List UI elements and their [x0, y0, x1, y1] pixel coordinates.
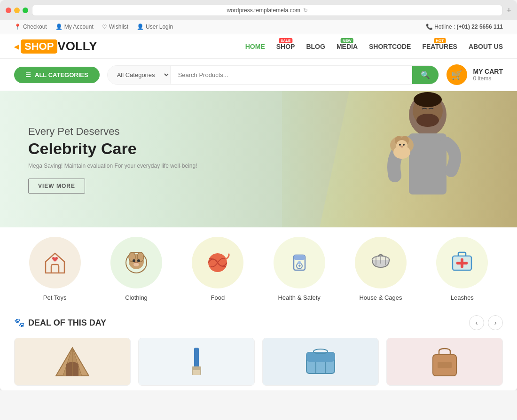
browser-chrome: wordpress.templatemela.com ↻ + 📍 Checkou…	[0, 0, 517, 390]
hero-section: Every Pet Deserves Celebrity Care Mega S…	[0, 91, 517, 227]
userlogin-link[interactable]: 👤 User Login	[137, 23, 173, 30]
food-circle	[192, 237, 243, 288]
deal-section: 🐾 DEAL OF THIS DAY ‹ ›	[0, 306, 517, 390]
nav-blog[interactable]: BLOG	[306, 43, 325, 50]
logo-shop: SHOP	[21, 39, 57, 54]
first-aid-icon	[448, 249, 476, 277]
category-pet-toys[interactable]: Pet Toys	[14, 237, 95, 301]
product-card-1[interactable]	[14, 338, 131, 386]
nav-shortcode[interactable]: SHORTCODE	[369, 43, 411, 50]
category-clothing[interactable]: Clothing	[95, 237, 177, 301]
pet-toys-label: Pet Toys	[43, 294, 67, 301]
cart-label: MY CART	[473, 68, 503, 75]
leashes-label: Leashes	[451, 294, 474, 301]
logo-volly: VOLLY	[57, 39, 97, 54]
dot-red[interactable]	[6, 8, 11, 13]
category-health-safety[interactable]: Health & Safety	[258, 237, 340, 301]
deal-header: 🐾 DEAL OF THIS DAY ‹ ›	[14, 315, 503, 330]
nav-links: HOME SALE SHOP BLOG NEW MEDIA SHORTCODE	[245, 43, 503, 50]
food-label: Food	[211, 294, 225, 301]
hero-description: Mega Saving! Maintain evaluation For you…	[28, 163, 197, 169]
hero-view-more-button[interactable]: VIEW MORE	[28, 179, 85, 194]
svg-point-9	[403, 144, 405, 146]
svg-point-13	[414, 92, 442, 107]
nav-shop[interactable]: SALE SHOP	[276, 43, 295, 50]
svg-rect-48	[438, 362, 452, 368]
category-select[interactable]: All Categories	[108, 66, 171, 84]
all-categories-button[interactable]: ☰ ALL CATEGORIES	[14, 67, 100, 83]
svg-point-12	[416, 114, 439, 127]
clothing-label: Clothing	[125, 294, 148, 301]
svg-point-26	[298, 261, 301, 264]
browser-address-bar[interactable]: wordpress.templatemela.com ↻	[32, 5, 502, 16]
browser-titlebar: wordpress.templatemela.com ↻ +	[0, 5, 517, 20]
pet-toys-circle	[29, 237, 81, 288]
cart-info: MY CART 0 items	[473, 68, 503, 82]
search-icon: 🔍	[421, 71, 430, 79]
product-image-2	[139, 338, 254, 385]
product-card-4[interactable]	[386, 338, 503, 386]
nav-home[interactable]: HOME	[245, 43, 265, 50]
search-bar-row: ☰ ALL CATEGORIES All Categories 🔍 🛒 MY C…	[0, 59, 517, 91]
product-card-2[interactable]	[138, 338, 255, 386]
search-wrap: All Categories 🔍	[107, 65, 439, 85]
hero-subtitle: Every Pet Deserves	[28, 125, 197, 138]
logo-arrow-icon: ◂	[14, 41, 19, 52]
hero-content: Every Pet Deserves Celebrity Care Mega S…	[0, 125, 226, 194]
shop-badge: SALE	[279, 38, 292, 43]
deal-title: 🐾 DEAL OF THIS DAY	[14, 318, 106, 328]
category-leashes[interactable]: Leashes	[422, 237, 503, 301]
product-card-3[interactable]	[262, 338, 379, 386]
deal-navigation: ‹ ›	[469, 315, 503, 330]
house-cages-circle	[355, 237, 407, 288]
wishlist-link[interactable]: ♡ Wishlist	[102, 23, 128, 30]
dog-face-icon	[122, 248, 151, 277]
all-categories-label: ALL CATEGORIES	[35, 71, 88, 78]
svg-point-8	[399, 144, 401, 146]
carrier-icon	[302, 343, 339, 381]
cart-bag-icon: 🛒	[451, 69, 463, 80]
brush-icon	[178, 343, 215, 381]
nav-about-us[interactable]: ABOUT US	[469, 43, 503, 50]
dot-green[interactable]	[23, 8, 28, 13]
myaccount-link[interactable]: 👤 My Account	[55, 23, 94, 30]
cart-area[interactable]: 🛒 MY CART 0 items	[446, 64, 503, 85]
house-heart-icon	[41, 249, 69, 277]
svg-rect-24	[294, 255, 305, 260]
search-button[interactable]: 🔍	[412, 66, 439, 84]
hero-image	[282, 91, 517, 227]
search-input[interactable]	[171, 67, 413, 83]
new-tab-button[interactable]: +	[506, 6, 511, 16]
nav-media[interactable]: NEW MEDIA	[337, 43, 358, 50]
svg-rect-35	[456, 262, 468, 264]
yarn-ball-icon	[204, 249, 232, 277]
category-house-cages[interactable]: House & Cages	[340, 237, 421, 301]
browser-body: 📍 Checkout 👤 My Account ♡ Wishlist 👤 Use…	[0, 20, 517, 390]
cage-icon	[367, 249, 395, 277]
top-bar: 📍 Checkout 👤 My Account ♡ Wishlist 👤 Use…	[0, 20, 517, 34]
nav-features[interactable]: HOT FEATURES	[422, 43, 457, 50]
svg-point-10	[400, 146, 403, 148]
health-safety-label: Health & Safety	[278, 294, 320, 301]
deal-prev-button[interactable]: ‹	[469, 315, 484, 330]
url-text: wordpress.templatemela.com	[227, 7, 300, 14]
hotline: 📞 Hotline : (+01) 22 5656 111	[426, 23, 503, 30]
svg-point-18	[133, 259, 135, 262]
product-image-3	[263, 338, 378, 385]
deal-next-button[interactable]: ›	[488, 315, 503, 330]
logo[interactable]: ◂ SHOP VOLLY	[14, 39, 97, 54]
pet-food-icon	[285, 249, 313, 277]
refresh-icon[interactable]: ↻	[303, 7, 308, 14]
deal-paw-icon: 🐾	[14, 318, 24, 328]
cart-icon: 🛒	[446, 64, 467, 85]
menu-icon: ☰	[25, 71, 31, 78]
category-food[interactable]: Food	[177, 237, 258, 301]
product-image-1	[15, 338, 130, 385]
clothing-circle	[110, 237, 162, 288]
browser-dots	[6, 8, 28, 13]
main-nav: ◂ SHOP VOLLY HOME SALE SHOP BLOG NEW MED…	[0, 34, 517, 59]
dot-yellow[interactable]	[14, 8, 20, 13]
tent-icon	[54, 343, 91, 381]
svg-rect-39	[194, 348, 199, 369]
checkout-link[interactable]: 📍 Checkout	[14, 23, 47, 30]
